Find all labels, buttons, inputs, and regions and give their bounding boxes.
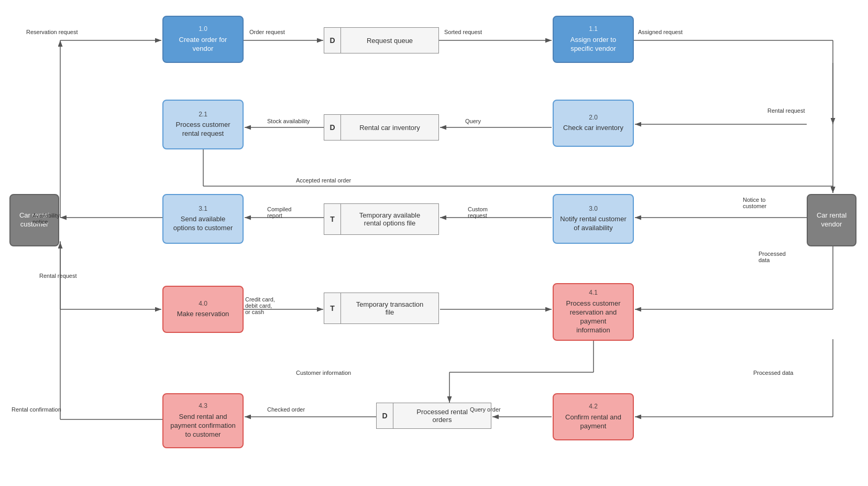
label-sorted-request: Sorted request — [444, 29, 482, 35]
datastore-car-inventory: D Rental car inventory — [324, 114, 439, 141]
label-processed-data-bottom: Processed data — [753, 370, 793, 376]
datastore-temp-transaction-name: Temporary transaction file — [341, 297, 438, 319]
label-assigned-request: Assigned request — [638, 29, 683, 35]
process-10-number: 1.0 — [199, 25, 207, 34]
datastore-processed-orders-letter: D — [377, 403, 393, 428]
label-customer-information: Customer information — [296, 370, 351, 376]
process-20: 2.0 Check car inventory — [553, 100, 634, 147]
process-41: 4.1 Process customer reservation and pay… — [553, 283, 634, 341]
datastore-request-queue-letter: D — [324, 28, 341, 53]
process-43-label: Send rental and payment confirmation to … — [170, 413, 235, 439]
datastore-car-inventory-name: Rental car inventory — [341, 121, 438, 135]
process-42-number: 4.2 — [589, 403, 598, 411]
datastore-car-inventory-letter: D — [324, 115, 341, 140]
label-order-request: Order request — [249, 29, 285, 35]
process-30: 3.0 Notify rental customer of availabili… — [553, 194, 634, 244]
label-custom-request: Customrequest — [468, 206, 488, 219]
label-credit-card: Credit card,debit card,or cash — [245, 296, 275, 315]
process-42-label: Confirm rental and payment — [565, 413, 621, 431]
datastore-temp-options-letter: T — [324, 204, 341, 234]
process-40: 4.0 Make reservation — [162, 286, 244, 333]
process-11: 1.1 Assign order to specific vendor — [553, 16, 634, 63]
diagram-container: Car rental customer Car rental vendor 1.… — [0, 0, 868, 486]
datastore-temp-transaction: T Temporary transaction file — [324, 293, 439, 324]
label-accepted-rental: Accepted rental order — [296, 177, 351, 183]
process-43: 4.3 Send rental and payment confirmation… — [162, 393, 244, 448]
label-availability-notice: Availabilitynotice — [32, 212, 60, 225]
process-40-number: 4.0 — [199, 300, 207, 308]
label-checked-order: Checked order — [267, 406, 305, 413]
process-42: 4.2 Confirm rental and payment — [553, 393, 634, 440]
datastore-request-queue-name: Request queue — [341, 34, 438, 48]
label-query-order: Query order — [470, 406, 501, 413]
entity-vendor: Car rental vendor — [807, 194, 856, 246]
process-21-number: 2.1 — [199, 111, 207, 119]
process-31-number: 3.1 — [199, 205, 207, 213]
label-notice-to-customer: Notice tocustomer — [743, 197, 766, 209]
label-reservation-request: Reservation request — [26, 29, 78, 35]
label-stock-availability: Stock availability — [267, 118, 310, 124]
process-10: 1.0 Create order for vendor — [162, 16, 244, 63]
process-30-label: Notify rental customer of availability — [560, 215, 626, 233]
process-30-number: 3.0 — [589, 205, 598, 213]
label-rental-request-right: Rental request — [767, 107, 805, 114]
process-20-number: 2.0 — [589, 114, 598, 122]
process-31: 3.1 Send available options to customer — [162, 194, 244, 244]
label-processed-data-top: Processeddata — [759, 251, 786, 263]
process-21: 2.1 Process customer rental request — [162, 100, 244, 149]
entity-vendor-label: Car rental vendor — [817, 211, 847, 229]
label-compiled-report: Compiledreport — [267, 206, 291, 219]
process-10-label: Create order for vendor — [179, 36, 227, 53]
process-11-label: Assign order to specific vendor — [570, 36, 616, 53]
datastore-temp-options: T Temporary available rental options fil… — [324, 203, 439, 235]
label-query: Query — [465, 118, 481, 124]
process-21-label: Process customer rental request — [175, 121, 230, 138]
process-11-number: 1.1 — [589, 25, 598, 34]
datastore-request-queue: D Request queue — [324, 27, 439, 53]
process-40-label: Make reservation — [177, 310, 229, 319]
datastore-temp-options-name: Temporary available rental options file — [341, 208, 438, 230]
datastore-temp-transaction-letter: T — [324, 293, 341, 323]
process-41-number: 4.1 — [589, 289, 598, 297]
label-rental-confirmation: Rental confirmation — [12, 406, 61, 413]
process-43-number: 4.3 — [199, 402, 207, 411]
process-31-label: Send available options to customer — [173, 215, 233, 233]
label-rental-request-left: Rental request — [39, 273, 77, 279]
process-20-label: Check car inventory — [563, 124, 623, 133]
process-41-label: Process customer reservation and payment… — [566, 299, 620, 335]
